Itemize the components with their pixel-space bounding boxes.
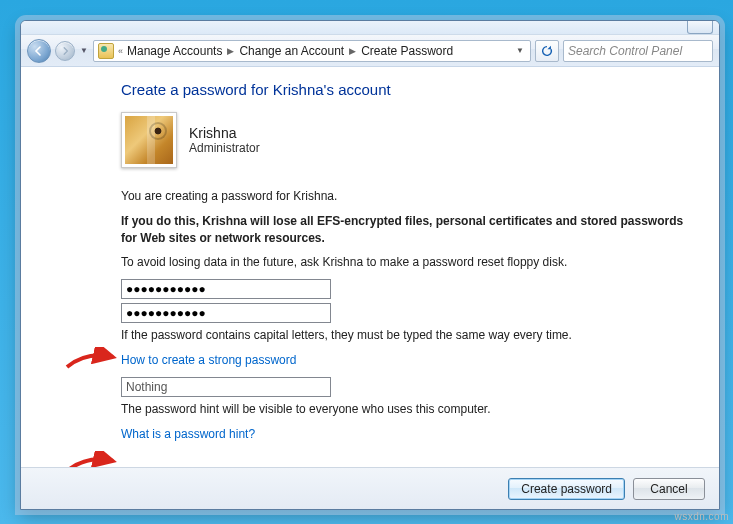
- password-input[interactable]: [121, 279, 331, 299]
- breadcrumb-create-password[interactable]: Create Password: [361, 44, 453, 58]
- account-summary: Krishna Administrator: [121, 112, 693, 168]
- address-dropdown[interactable]: ▼: [512, 46, 528, 55]
- avatar: [125, 116, 173, 164]
- annotation-arrow: [63, 451, 119, 467]
- chevron-right-icon[interactable]: ▶: [348, 46, 357, 56]
- annotation-arrow: [63, 347, 119, 371]
- arrow-left-icon: [34, 46, 44, 56]
- content-pane: Create a password for Krishna's account …: [21, 67, 719, 467]
- back-button[interactable]: [27, 39, 51, 63]
- page-title: Create a password for Krishna's account: [121, 81, 693, 98]
- control-panel-icon: [98, 43, 114, 59]
- watermark: wsxdn.com: [674, 511, 729, 522]
- dialog-footer: Create password Cancel: [21, 467, 719, 509]
- password-hint-link[interactable]: What is a password hint?: [121, 427, 255, 441]
- hint-input[interactable]: [121, 377, 331, 397]
- refresh-button[interactable]: [535, 40, 559, 62]
- nav-history-dropdown[interactable]: ▼: [79, 41, 89, 61]
- search-placeholder: Search Control Panel: [568, 44, 682, 58]
- account-name: Krishna: [189, 125, 260, 141]
- hint-note: The password hint will be visible to eve…: [121, 401, 693, 418]
- warning-text: If you do this, Krishna will lose all EF…: [121, 213, 693, 247]
- forward-button[interactable]: [55, 41, 75, 61]
- chevron-right-icon[interactable]: ▶: [226, 46, 235, 56]
- breadcrumb-manage-accounts[interactable]: Manage Accounts: [127, 44, 222, 58]
- account-role: Administrator: [189, 141, 260, 155]
- minimize-button[interactable]: [687, 20, 713, 34]
- refresh-icon: [540, 44, 554, 58]
- search-input[interactable]: Search Control Panel: [563, 40, 713, 62]
- create-password-button[interactable]: Create password: [508, 478, 625, 500]
- navigation-bar: ▼ « Manage Accounts ▶ Change an Account …: [21, 35, 719, 67]
- strong-password-link[interactable]: How to create a strong password: [121, 353, 296, 367]
- arrow-right-icon: [61, 47, 69, 55]
- address-bar[interactable]: « Manage Accounts ▶ Change an Account ▶ …: [93, 40, 531, 62]
- cancel-button[interactable]: Cancel: [633, 478, 705, 500]
- avoid-text: To avoid losing data in the future, ask …: [121, 254, 693, 271]
- chevron-left-icon[interactable]: «: [118, 46, 123, 56]
- avatar-frame: [121, 112, 177, 168]
- control-panel-window: ▼ « Manage Accounts ▶ Change an Account …: [20, 20, 720, 510]
- window-titlebar[interactable]: [21, 21, 719, 35]
- password-confirm-input[interactable]: [121, 303, 331, 323]
- breadcrumb-change-account[interactable]: Change an Account: [239, 44, 344, 58]
- caps-note: If the password contains capital letters…: [121, 327, 693, 344]
- intro-text: You are creating a password for Krishna.: [121, 188, 693, 205]
